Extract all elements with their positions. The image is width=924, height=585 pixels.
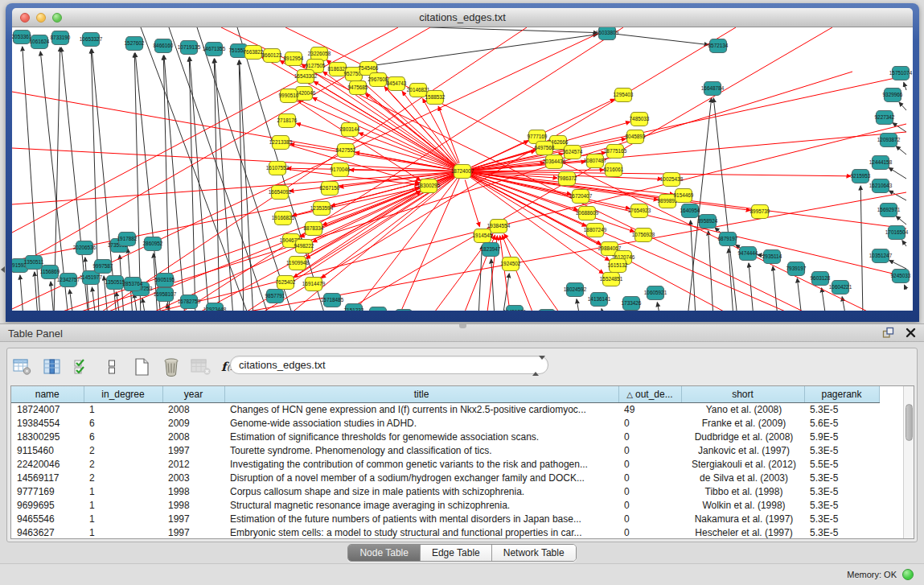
cell-in_degree[interactable]: 2 [84,443,162,457]
cell-short[interactable]: Nakamura et al. (1997) [681,512,804,525]
network-node[interactable]: 19166825 [272,212,295,225]
network-edge[interactable] [902,241,906,246]
cell-pagerank[interactable]: 5.3E-5 [804,512,879,525]
network-node[interactable]: 7939197 [786,262,807,276]
network-edge[interactable] [70,290,73,311]
sidebar-collapse-arrow-icon[interactable] [1,266,5,273]
network-node[interactable]: 17654923 [628,204,651,218]
cell-in_degree[interactable]: 2 [84,457,162,471]
table-vertical-scrollbar[interactable] [903,386,914,538]
network-node[interactable]: 2718176 [277,114,298,128]
cell-out_degree[interactable]: 0 [618,443,681,457]
network-node[interactable]: 16107553 [266,162,290,175]
network-node[interactable]: 9245033 [891,270,911,283]
network-node[interactable]: 8045893 [626,130,646,144]
cell-in_degree[interactable]: 1 [84,498,162,512]
cell-out_degree[interactable]: 49 [618,402,681,416]
cell-short[interactable]: Jankovic et al. (1997) [681,443,804,457]
network-node[interactable]: 18300295 [417,179,441,193]
table-row[interactable]: 1456911722003Disruption of a novel membe… [11,471,879,484]
network-node[interactable]: 1924502 [501,257,521,271]
cell-name[interactable]: 18724007 [11,402,84,416]
table-row[interactable]: 1938455462009Genome-wide association stu… [11,416,879,430]
network-edge[interactable] [602,309,604,311]
network-edge[interactable] [163,56,170,311]
cell-name[interactable]: 14569117 [11,471,84,484]
network-edge[interactable] [577,299,580,311]
network-edge[interactable] [691,220,696,311]
cell-pagerank[interactable]: 5.3E-5 [804,525,879,539]
tab-edge-table[interactable]: Edge Table [421,545,492,561]
network-edge[interactable] [133,124,906,311]
cell-year[interactable]: 1997 [162,512,224,525]
network-node[interactable]: 17016504 [885,226,909,240]
network-node[interactable]: 7625402 [276,276,296,290]
column-header-year[interactable]: year [162,386,224,402]
column-header-out-degree[interactable]: △out_de... [618,386,681,402]
network-node[interactable]: 12444158 [869,156,893,170]
cell-out_degree[interactable]: 0 [618,430,681,443]
network-edge[interactable] [214,59,220,311]
cell-pagerank[interactable]: 5.3E-5 [804,402,879,416]
cell-out_degree[interactable]: 0 [618,484,681,498]
network-node[interactable]: 16648784 [701,82,725,96]
cell-pagerank[interactable]: 5.3E-5 [804,471,879,484]
network-edge[interactable] [504,234,563,311]
network-edge[interactable] [899,102,906,110]
network-node[interactable]: 16654092 [269,186,292,200]
network-node[interactable]: 1823947 [481,243,501,257]
network-node[interactable]: 8660123 [262,49,282,63]
network-edge[interactable] [708,231,713,311]
network-edge[interactable] [822,288,826,311]
column-header-name[interactable]: name [11,386,84,402]
cell-year[interactable]: 2003 [162,471,224,484]
network-edge[interactable] [842,297,846,311]
network-node[interactable]: 8427552 [336,144,356,158]
network-node[interactable]: 14671355 [203,43,226,56]
cell-title[interactable]: Genome-wide association studies in ADHD. [224,416,618,430]
network-node[interactable]: 18024592 [564,283,587,297]
network-node[interactable]: 9170046 [331,163,351,177]
table-row[interactable]: 946362711997Embryonic stem cells: a mode… [11,525,879,539]
network-edge[interactable] [797,278,802,311]
network-node[interactable]: 12342757 [57,274,80,287]
network-node[interactable]: 8267150 [320,182,340,196]
network-edge[interactable] [465,179,479,226]
cell-short[interactable]: Yano et al. (2008) [681,402,804,416]
cell-title[interactable]: Estimation of the future numbers of pati… [224,512,618,525]
network-node[interactable]: 15692971 [877,204,901,217]
column-header-in-degree[interactable]: in_degree [84,386,162,402]
network-node[interactable]: 15524851 [600,273,623,286]
cell-in_degree[interactable]: 1 [84,402,162,416]
create-column-button[interactable] [131,356,152,377]
network-node[interactable]: 9215953 [851,170,871,183]
network-node[interactable]: 2860952 [143,237,163,251]
network-node[interactable]: 7151233 [344,304,364,311]
network-node[interactable]: 1527602 [125,37,145,51]
network-edge[interactable] [135,53,161,311]
cell-in_degree[interactable]: 1 [84,525,162,539]
cell-pagerank[interactable]: 5.5E-5 [804,457,879,471]
network-node[interactable]: 18807249 [584,224,607,237]
table-row[interactable]: 946554611997Estimation of the future num… [11,512,879,525]
network-node[interactable]: 6879197 [718,233,738,246]
network-node[interactable]: 1061624 [30,35,50,49]
cell-in_degree[interactable]: 6 [84,430,162,443]
network-node[interactable]: 9227342 [875,111,895,125]
network-edge[interactable] [616,34,708,44]
table-row[interactable]: 1872400712008Changes of HCN gene express… [11,402,879,416]
network-node[interactable]: 10605921 [644,286,667,300]
network-node[interactable]: 8733190 [51,31,71,45]
network-edge[interactable] [896,146,906,154]
network-node[interactable]: 7663822 [244,46,264,60]
network-node[interactable]: 8466160 [154,39,174,53]
network-edge[interactable] [51,282,54,311]
cell-pagerank[interactable]: 5.6E-5 [804,416,879,430]
network-node[interactable]: 10351247 [869,249,893,263]
network-node[interactable]: 1640954 [680,204,700,218]
cell-in_degree[interactable]: 1 [84,512,162,525]
network-node[interactable]: 9857791 [265,290,285,303]
network-canvas[interactable]: 2053361106162487331901065332715276028466… [12,27,913,311]
network-node[interactable]: 8878334 [304,222,324,236]
network-edge[interactable] [471,170,604,171]
